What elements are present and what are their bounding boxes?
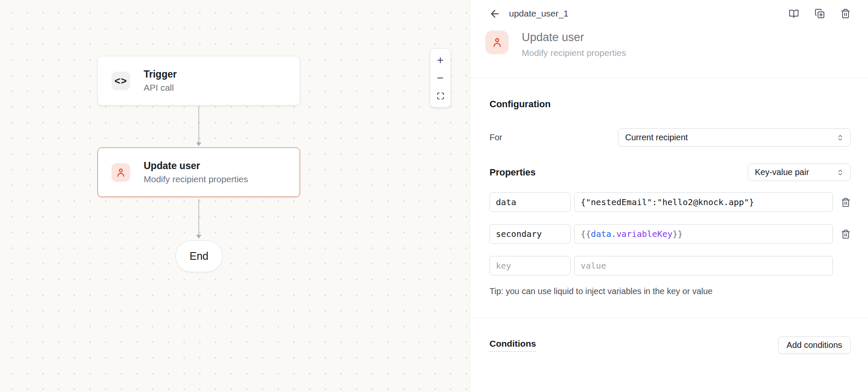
delete-step-button[interactable] <box>840 8 851 19</box>
step-subtitle: Modify recipient properties <box>522 48 626 58</box>
for-select[interactable]: Current recipient <box>618 128 851 147</box>
key-input[interactable] <box>490 192 570 212</box>
key-value-row <box>490 256 851 275</box>
node-subtitle: Modify recipient properties <box>144 174 248 184</box>
liquid-close-braces: }} <box>673 229 683 239</box>
zoom-out-button[interactable]: − <box>430 70 451 86</box>
code-icon: <> <box>111 72 130 90</box>
configuration-heading: Configuration <box>490 99 851 110</box>
liquid-open-braces: {{ <box>581 229 591 239</box>
node-update-user[interactable]: Update user Modify recipient properties <box>97 147 300 197</box>
node-end[interactable]: End <box>175 240 223 272</box>
canvas-zoom-controls: + − <box>430 49 451 107</box>
duplicate-step-button[interactable] <box>815 8 825 19</box>
liquid-object: data <box>591 229 611 239</box>
conditions-section: Conditions Add conditions <box>470 318 868 354</box>
node-title: Trigger <box>144 69 177 80</box>
key-value-row <box>490 192 851 212</box>
value-input[interactable] <box>574 192 833 212</box>
for-field-row: For Current recipient <box>490 128 851 147</box>
key-input[interactable] <box>490 256 570 275</box>
fit-view-button[interactable] <box>430 88 451 104</box>
properties-field-row: Properties Key-value pair <box>490 164 851 181</box>
step-key: update_user_1 <box>509 8 568 19</box>
delete-row-button[interactable] <box>841 197 851 207</box>
end-label: End <box>189 250 208 262</box>
value-input[interactable] <box>574 256 833 275</box>
key-value-rows: {{data.variableKey}} <box>490 192 851 275</box>
for-select-value: Current recipient <box>625 133 688 142</box>
delete-row-button[interactable] <box>841 229 851 239</box>
liquid-dot: . <box>611 229 616 239</box>
properties-heading: Properties <box>490 167 536 178</box>
step-hero: Update user Modify recipient properties <box>470 27 868 78</box>
liquid-property: variableKey <box>616 229 672 239</box>
chevrons-up-down-icon <box>837 133 844 142</box>
node-trigger[interactable]: <> Trigger API call <box>97 56 300 106</box>
minus-icon: − <box>437 72 444 84</box>
value-input[interactable]: {{data.variableKey}} <box>574 224 833 244</box>
plus-icon: + <box>437 55 444 66</box>
step-title: Update user <box>522 31 626 44</box>
step-detail-panel: update_user_1 <box>470 0 868 392</box>
node-title: Update user <box>144 160 248 172</box>
arrow-left-icon <box>489 8 501 19</box>
zoom-in-button[interactable]: + <box>430 52 451 68</box>
trash-icon <box>840 8 851 19</box>
workflow-canvas[interactable]: <> Trigger API call Update user Modify r… <box>0 0 470 392</box>
user-icon <box>111 163 130 182</box>
code-glyph: <> <box>114 76 127 86</box>
configuration-section: Configuration For Current recipient Prop… <box>470 78 868 317</box>
header-actions <box>789 8 851 19</box>
properties-mode-value: Key-value pair <box>755 167 809 177</box>
properties-mode-select[interactable]: Key-value pair <box>748 164 851 181</box>
for-label: For <box>490 133 618 142</box>
user-icon <box>485 31 509 54</box>
fit-view-icon <box>437 92 445 100</box>
node-subtitle: API call <box>144 83 177 93</box>
trash-icon <box>841 197 851 207</box>
key-value-row: {{data.variableKey}} <box>490 224 851 244</box>
trash-icon <box>841 229 851 239</box>
chevrons-up-down-icon <box>837 168 844 177</box>
copy-plus-icon <box>815 8 825 19</box>
panel-header: update_user_1 <box>470 0 868 27</box>
add-conditions-button[interactable]: Add conditions <box>778 336 851 354</box>
conditions-heading: Conditions <box>490 339 536 352</box>
liquid-tip-text: Tip: you can use liquid to inject variab… <box>490 286 851 296</box>
book-open-icon <box>789 8 799 19</box>
docs-button[interactable] <box>789 8 799 19</box>
key-input[interactable] <box>490 224 570 244</box>
back-button[interactable] <box>489 8 501 19</box>
